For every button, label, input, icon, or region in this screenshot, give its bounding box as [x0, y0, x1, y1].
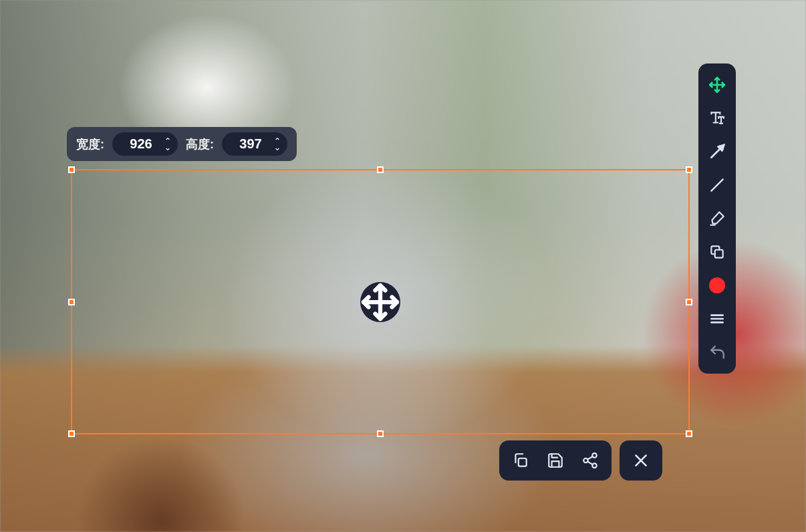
- record-tool[interactable]: [702, 271, 732, 300]
- action-bar: [499, 440, 662, 481]
- shape-tool[interactable]: [702, 237, 732, 267]
- menu-icon: [708, 310, 726, 327]
- share-icon: [581, 452, 599, 469]
- resize-handle-top-left[interactable]: [68, 166, 75, 173]
- close-icon: [632, 452, 650, 469]
- save-icon: [547, 452, 564, 469]
- width-stepper[interactable]: ⌃ ⌃: [164, 139, 171, 148]
- width-value[interactable]: 926: [124, 136, 158, 152]
- chevron-down-icon[interactable]: ⌃: [164, 144, 171, 149]
- height-label: 高度:: [186, 136, 214, 152]
- resize-handle-top-right[interactable]: [686, 166, 692, 173]
- close-action[interactable]: [625, 446, 657, 475]
- record-icon: [709, 277, 725, 293]
- width-field[interactable]: 926 ⌃ ⌃: [112, 132, 178, 156]
- dimensions-bar: 宽度: 926 ⌃ ⌃ 高度: 397 ⌃ ⌃: [67, 127, 297, 161]
- svg-line-20: [587, 462, 592, 464]
- undo-icon: [708, 344, 726, 361]
- highlighter-tool[interactable]: [702, 204, 732, 233]
- svg-line-19: [587, 456, 592, 459]
- save-action[interactable]: [539, 446, 571, 475]
- move-selection-button[interactable]: [360, 282, 400, 322]
- resize-handle-top[interactable]: [377, 166, 384, 173]
- shape-icon: [708, 243, 726, 261]
- line-tool[interactable]: [702, 170, 732, 200]
- svg-line-9: [711, 179, 722, 190]
- copy-action[interactable]: [505, 446, 537, 475]
- arrow-tool[interactable]: [702, 137, 732, 166]
- text-tool[interactable]: [702, 104, 732, 133]
- line-icon: [708, 176, 726, 194]
- height-value[interactable]: 397: [234, 136, 267, 152]
- move-tool[interactable]: [702, 70, 732, 100]
- svg-rect-15: [519, 458, 527, 467]
- annotation-toolbar: [698, 63, 736, 374]
- move-icon: [708, 76, 726, 94]
- resize-handle-bottom-right[interactable]: [686, 430, 692, 437]
- undo-tool[interactable]: [702, 338, 732, 367]
- width-label: 宽度:: [76, 136, 104, 152]
- chevron-down-icon[interactable]: ⌃: [274, 144, 281, 149]
- height-field[interactable]: 397 ⌃ ⌃: [222, 132, 287, 156]
- action-group-main: [499, 440, 612, 481]
- marker-icon: [708, 210, 726, 227]
- text-icon: [708, 110, 726, 127]
- background-photo: [0, 0, 806, 532]
- resize-handle-bottom[interactable]: [377, 430, 384, 437]
- resize-handle-right[interactable]: [686, 299, 692, 305]
- copy-icon: [512, 452, 529, 469]
- resize-handle-left[interactable]: [68, 299, 75, 305]
- action-group-secondary: [620, 440, 662, 481]
- height-stepper[interactable]: ⌃ ⌃: [274, 139, 281, 148]
- move-icon: [360, 282, 400, 322]
- svg-rect-11: [715, 250, 723, 258]
- svg-line-8: [711, 150, 719, 158]
- resize-handle-bottom-left[interactable]: [68, 430, 75, 437]
- arrow-icon: [708, 143, 726, 160]
- share-action[interactable]: [574, 446, 606, 475]
- menu-tool[interactable]: [702, 304, 732, 334]
